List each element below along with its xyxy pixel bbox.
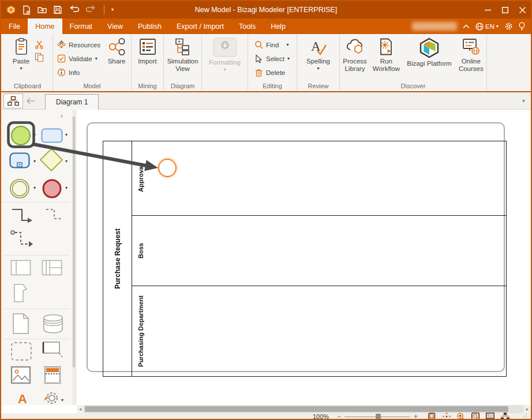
palette-custom-artifact-caret-icon[interactable]: ▾ <box>61 398 63 403</box>
menu-publish[interactable]: Publish <box>130 18 169 34</box>
pan-center-icon[interactable] <box>442 412 451 420</box>
info-button[interactable]: Info <box>55 66 102 78</box>
palette-intermediate-event-caret-icon[interactable]: ▾ <box>33 186 36 190</box>
settings-gear-icon[interactable] <box>504 22 513 31</box>
pool-header[interactable]: Purchase Request <box>103 141 132 376</box>
palette-task[interactable] <box>41 128 63 143</box>
palette-pool[interactable] <box>10 260 31 276</box>
process-library-button[interactable]: Process Library <box>342 36 368 73</box>
zoom-out-button[interactable]: − <box>337 412 341 420</box>
redo-button[interactable] <box>85 6 97 14</box>
resources-button[interactable]: Resources <box>55 39 102 51</box>
palette-group[interactable] <box>10 342 32 361</box>
zoom-magnifier-icon[interactable] <box>456 412 466 420</box>
lane-approval[interactable]: Approval <box>132 141 506 216</box>
open-model-button[interactable] <box>37 5 47 14</box>
palette-image[interactable] <box>10 366 31 384</box>
new-model-button[interactable] <box>22 5 31 15</box>
save-button[interactable] <box>53 5 62 14</box>
language-label: EN <box>485 23 494 30</box>
palette-subprocess-caret-icon[interactable]: ▾ <box>33 159 36 164</box>
presentation-mode-icon[interactable] <box>485 412 495 420</box>
overview-window-icon[interactable] <box>471 412 480 420</box>
online-courses-button[interactable]: Online Courses <box>458 36 485 73</box>
fit-selection-icon[interactable] <box>428 412 437 420</box>
palette-end-event-caret-icon[interactable]: ▾ <box>65 186 68 190</box>
ribbon: Paste ▾ Clipboard <box>1 34 531 92</box>
menu-home[interactable]: Home <box>28 18 62 34</box>
diagram-canvas[interactable]: Purchase Request Approval Boss Purchasin… <box>77 110 531 405</box>
palette-gateway[interactable] <box>39 148 63 172</box>
language-selector[interactable]: EN ▾ <box>475 22 499 31</box>
bizagi-platform-button[interactable]: Bizagi Platform <box>404 36 454 68</box>
palette-association[interactable] <box>9 228 36 250</box>
find-button[interactable]: Find ▾ <box>253 39 291 51</box>
palette-data-object[interactable] <box>12 313 29 335</box>
palette-collapse-icon[interactable]: ‹ <box>61 111 63 120</box>
zoom-slider[interactable] <box>344 417 410 417</box>
quick-access-toolbar: ▾ <box>1 5 114 15</box>
collapse-ribbon-icon[interactable] <box>463 24 470 29</box>
palette-text-artifact[interactable]: A <box>16 391 30 405</box>
menu-format[interactable]: Format <box>62 18 100 34</box>
share-button[interactable]: Share <box>106 36 128 65</box>
resize-grip[interactable] <box>520 413 527 420</box>
palette-data-store[interactable] <box>42 314 65 333</box>
palette-milestone[interactable] <box>13 283 29 303</box>
maximize-button[interactable] <box>496 1 514 18</box>
spelling-caret-icon: ▾ <box>317 66 319 71</box>
palette-header[interactable] <box>43 365 62 385</box>
palette-lane[interactable] <box>42 260 62 276</box>
scroll-left-icon[interactable]: ◂ <box>77 406 84 412</box>
palette-gateway-caret-icon[interactable]: ▾ <box>65 159 68 164</box>
lane-purchasing-department[interactable]: Purchasing Department <box>132 286 506 376</box>
scroll-right-icon[interactable]: ▸ <box>524 406 531 412</box>
menu-file[interactable]: File <box>1 18 28 34</box>
copy-button[interactable] <box>35 52 44 62</box>
menu-export-import[interactable]: Export / Import <box>169 18 231 34</box>
undo-button[interactable] <box>68 6 80 14</box>
back-button[interactable] <box>23 93 38 108</box>
palette-message-flow[interactable] <box>43 207 66 227</box>
spelling-button[interactable]: A Spelling ▾ <box>305 36 331 71</box>
menu-view[interactable]: View <box>100 18 130 34</box>
zoom-in-button[interactable]: + <box>414 412 418 420</box>
palette-sequence-flow[interactable] <box>10 207 33 227</box>
palette-subprocess[interactable] <box>9 152 30 168</box>
lane-approval-label: Approval <box>137 164 144 192</box>
palette-end-event[interactable] <box>41 178 63 200</box>
palette-annotation[interactable] <box>42 340 65 361</box>
tab-diagram-1[interactable]: Diagram 1 <box>45 94 99 110</box>
palette-intermediate-event[interactable] <box>9 178 31 200</box>
palette-start-event[interactable] <box>10 125 32 147</box>
palette-custom-artifact[interactable] <box>42 391 59 405</box>
paste-label: Paste <box>13 58 29 65</box>
horizontal-scroll-thumb[interactable] <box>85 406 508 412</box>
tab-list-caret-icon[interactable]: ▾ <box>522 97 525 104</box>
hierarchy-icon <box>8 96 19 106</box>
lane-boss[interactable]: Boss <box>132 216 506 286</box>
run-workflow-button[interactable]: Run Workflow <box>372 36 401 73</box>
simulation-view-button[interactable]: Simulation View <box>166 36 200 73</box>
customize-qat-caret-icon[interactable]: ▾ <box>111 7 114 12</box>
user-account-blurred[interactable] <box>412 22 457 31</box>
delete-button[interactable]: Delete <box>253 66 291 78</box>
menu-tools[interactable]: Tools <box>231 18 263 34</box>
minimize-button[interactable] <box>479 1 496 18</box>
bizagi-platform-icon <box>418 38 440 58</box>
model-hierarchy-icon[interactable] <box>500 412 510 420</box>
close-button[interactable] <box>514 1 531 18</box>
palette-start-event-caret-icon[interactable]: ▾ <box>33 133 36 137</box>
model-tree-button[interactable] <box>3 93 23 108</box>
import-button[interactable]: Import <box>137 36 158 65</box>
menu-help[interactable]: Help <box>263 18 293 34</box>
validate-button[interactable]: Validate ▾ <box>55 52 102 65</box>
cut-button[interactable] <box>35 40 44 49</box>
palette-scrollbar[interactable] <box>72 110 76 405</box>
help-lightbulb-icon[interactable] <box>519 22 525 31</box>
palette-task-caret-icon[interactable]: ▾ <box>65 133 68 137</box>
select-button[interactable]: Select ▾ <box>253 52 291 65</box>
zoom-slider-thumb[interactable] <box>376 414 381 420</box>
paste-button[interactable]: Paste ▾ <box>12 36 31 71</box>
start-event-drop-preview[interactable] <box>158 159 177 177</box>
